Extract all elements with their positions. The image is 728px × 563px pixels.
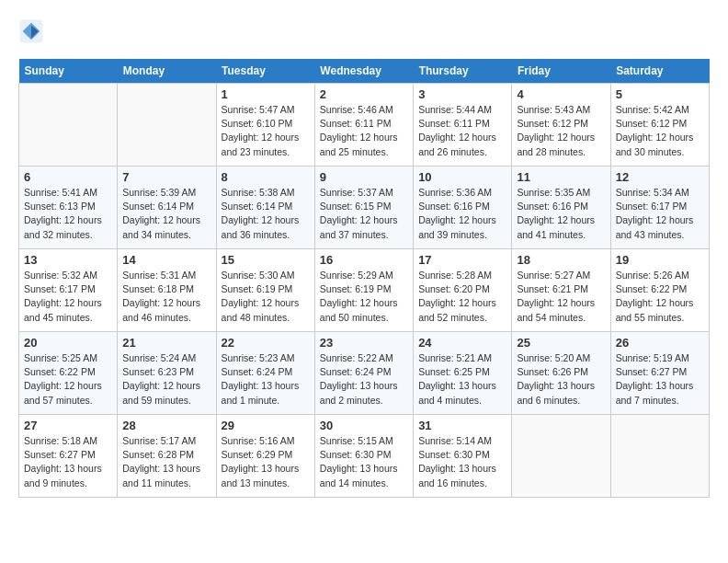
day-info: Sunrise: 5:24 AM Sunset: 6:23 PM Dayligh…: [122, 351, 210, 408]
day-number: 19: [616, 253, 704, 267]
day-number: 18: [517, 253, 605, 267]
calendar-cell: 6 Sunrise: 5:41 AM Sunset: 6:13 PM Dayli…: [19, 167, 118, 249]
calendar-cell: 17 Sunrise: 5:28 AM Sunset: 6:20 PM Dayl…: [414, 249, 512, 332]
weekday-header: Wednesday: [314, 59, 413, 84]
calendar-cell: 25 Sunrise: 5:20 AM Sunset: 6:26 PM Dayl…: [512, 332, 610, 415]
calendar-cell: [610, 415, 709, 498]
day-number: 7: [122, 170, 210, 184]
day-info: Sunrise: 5:37 AM Sunset: 6:15 PM Dayligh…: [320, 186, 408, 242]
day-number: 25: [517, 336, 605, 350]
calendar-cell: 28 Sunrise: 5:17 AM Sunset: 6:28 PM Dayl…: [118, 415, 216, 498]
weekday-header: Thursday: [414, 59, 512, 84]
day-info: Sunrise: 5:27 AM Sunset: 6:21 PM Dayligh…: [517, 269, 605, 325]
calendar-cell: 21 Sunrise: 5:24 AM Sunset: 6:23 PM Dayl…: [118, 332, 216, 415]
calendar-table: SundayMondayTuesdayWednesdayThursdayFrid…: [18, 59, 710, 498]
day-number: 10: [418, 170, 506, 184]
calendar-cell: 13 Sunrise: 5:32 AM Sunset: 6:17 PM Dayl…: [19, 249, 118, 332]
calendar-cell: 29 Sunrise: 5:16 AM Sunset: 6:29 PM Dayl…: [216, 415, 314, 498]
day-number: 5: [616, 87, 704, 101]
day-number: 3: [418, 87, 506, 101]
day-info: Sunrise: 5:39 AM Sunset: 6:14 PM Dayligh…: [122, 186, 210, 242]
day-number: 30: [320, 419, 408, 432]
calendar-cell: 8 Sunrise: 5:38 AM Sunset: 6:14 PM Dayli…: [216, 167, 314, 249]
day-number: 8: [222, 170, 310, 184]
calendar-cell: 3 Sunrise: 5:44 AM Sunset: 6:11 PM Dayli…: [414, 84, 512, 167]
calendar-cell: 9 Sunrise: 5:37 AM Sunset: 6:15 PM Dayli…: [314, 167, 413, 249]
weekday-header: Friday: [512, 59, 610, 84]
day-number: 11: [517, 170, 605, 184]
day-number: 21: [122, 336, 210, 350]
day-number: 26: [616, 336, 704, 350]
day-info: Sunrise: 5:29 AM Sunset: 6:19 PM Dayligh…: [320, 269, 408, 325]
calendar-cell: 1 Sunrise: 5:47 AM Sunset: 6:10 PM Dayli…: [216, 84, 314, 167]
day-info: Sunrise: 5:32 AM Sunset: 6:17 PM Dayligh…: [24, 269, 112, 325]
day-info: Sunrise: 5:42 AM Sunset: 6:12 PM Dayligh…: [616, 103, 704, 159]
calendar-cell: 18 Sunrise: 5:27 AM Sunset: 6:21 PM Dayl…: [512, 249, 610, 332]
calendar-cell: 19 Sunrise: 5:26 AM Sunset: 6:22 PM Dayl…: [610, 249, 709, 332]
day-info: Sunrise: 5:44 AM Sunset: 6:11 PM Dayligh…: [418, 103, 506, 159]
day-number: 17: [418, 253, 506, 267]
day-number: 20: [24, 336, 112, 350]
day-info: Sunrise: 5:35 AM Sunset: 6:16 PM Dayligh…: [517, 186, 605, 242]
day-info: Sunrise: 5:47 AM Sunset: 6:10 PM Dayligh…: [222, 103, 310, 159]
day-number: 9: [320, 170, 408, 184]
day-number: 14: [122, 253, 210, 267]
calendar-cell: 11 Sunrise: 5:35 AM Sunset: 6:16 PM Dayl…: [512, 167, 610, 249]
calendar-cell: 2 Sunrise: 5:46 AM Sunset: 6:11 PM Dayli…: [314, 84, 413, 167]
day-info: Sunrise: 5:34 AM Sunset: 6:17 PM Dayligh…: [616, 186, 704, 242]
weekday-header: Tuesday: [216, 59, 314, 84]
day-number: 27: [24, 419, 112, 432]
calendar-cell: 31 Sunrise: 5:14 AM Sunset: 6:30 PM Dayl…: [414, 415, 512, 498]
calendar-cell: 5 Sunrise: 5:42 AM Sunset: 6:12 PM Dayli…: [610, 84, 709, 167]
calendar-cell: 10 Sunrise: 5:36 AM Sunset: 6:16 PM Dayl…: [414, 167, 512, 249]
day-number: 29: [222, 419, 310, 432]
day-info: Sunrise: 5:20 AM Sunset: 6:26 PM Dayligh…: [517, 351, 605, 408]
day-info: Sunrise: 5:43 AM Sunset: 6:12 PM Dayligh…: [517, 103, 605, 159]
page-header: [18, 18, 710, 44]
day-number: 31: [418, 419, 506, 432]
day-info: Sunrise: 5:23 AM Sunset: 6:24 PM Dayligh…: [222, 351, 310, 408]
day-info: Sunrise: 5:14 AM Sunset: 6:30 PM Dayligh…: [418, 434, 506, 490]
day-info: Sunrise: 5:36 AM Sunset: 6:16 PM Dayligh…: [418, 186, 506, 242]
calendar-cell: 30 Sunrise: 5:15 AM Sunset: 6:30 PM Dayl…: [314, 415, 413, 498]
calendar-cell: [19, 84, 118, 167]
day-info: Sunrise: 5:18 AM Sunset: 6:27 PM Dayligh…: [24, 434, 112, 490]
day-info: Sunrise: 5:17 AM Sunset: 6:28 PM Dayligh…: [122, 434, 210, 490]
weekday-header: Saturday: [610, 59, 709, 84]
day-info: Sunrise: 5:25 AM Sunset: 6:22 PM Dayligh…: [24, 351, 112, 408]
calendar-cell: 22 Sunrise: 5:23 AM Sunset: 6:24 PM Dayl…: [216, 332, 314, 415]
day-info: Sunrise: 5:28 AM Sunset: 6:20 PM Dayligh…: [418, 269, 506, 325]
calendar-cell: 27 Sunrise: 5:18 AM Sunset: 6:27 PM Dayl…: [19, 415, 118, 498]
day-info: Sunrise: 5:15 AM Sunset: 6:30 PM Dayligh…: [320, 434, 408, 490]
calendar-cell: 24 Sunrise: 5:21 AM Sunset: 6:25 PM Dayl…: [414, 332, 512, 415]
day-number: 16: [320, 253, 408, 267]
day-info: Sunrise: 5:31 AM Sunset: 6:18 PM Dayligh…: [122, 269, 210, 325]
calendar-cell: 20 Sunrise: 5:25 AM Sunset: 6:22 PM Dayl…: [19, 332, 118, 415]
day-number: 28: [122, 419, 210, 432]
day-number: 6: [24, 170, 112, 184]
calendar-cell: 4 Sunrise: 5:43 AM Sunset: 6:12 PM Dayli…: [512, 84, 610, 167]
calendar-cell: [512, 415, 610, 498]
day-number: 12: [616, 170, 704, 184]
calendar-cell: 15 Sunrise: 5:30 AM Sunset: 6:19 PM Dayl…: [216, 249, 314, 332]
calendar-cell: [118, 84, 216, 167]
day-number: 1: [222, 87, 310, 101]
logo-icon: [18, 18, 44, 44]
day-info: Sunrise: 5:19 AM Sunset: 6:27 PM Dayligh…: [616, 351, 704, 408]
day-number: 13: [24, 253, 112, 267]
calendar-cell: 12 Sunrise: 5:34 AM Sunset: 6:17 PM Dayl…: [610, 167, 709, 249]
day-info: Sunrise: 5:16 AM Sunset: 6:29 PM Dayligh…: [222, 434, 310, 490]
day-info: Sunrise: 5:46 AM Sunset: 6:11 PM Dayligh…: [320, 103, 408, 159]
day-number: 4: [517, 87, 605, 101]
day-info: Sunrise: 5:22 AM Sunset: 6:24 PM Dayligh…: [320, 351, 408, 408]
day-info: Sunrise: 5:21 AM Sunset: 6:25 PM Dayligh…: [418, 351, 506, 408]
logo: [18, 18, 48, 44]
day-number: 22: [222, 336, 310, 350]
weekday-header: Monday: [118, 59, 216, 84]
day-info: Sunrise: 5:26 AM Sunset: 6:22 PM Dayligh…: [616, 269, 704, 325]
calendar-cell: 7 Sunrise: 5:39 AM Sunset: 6:14 PM Dayli…: [118, 167, 216, 249]
calendar-cell: 16 Sunrise: 5:29 AM Sunset: 6:19 PM Dayl…: [314, 249, 413, 332]
calendar-cell: 26 Sunrise: 5:19 AM Sunset: 6:27 PM Dayl…: [610, 332, 709, 415]
calendar-cell: 14 Sunrise: 5:31 AM Sunset: 6:18 PM Dayl…: [118, 249, 216, 332]
calendar-cell: 23 Sunrise: 5:22 AM Sunset: 6:24 PM Dayl…: [314, 332, 413, 415]
